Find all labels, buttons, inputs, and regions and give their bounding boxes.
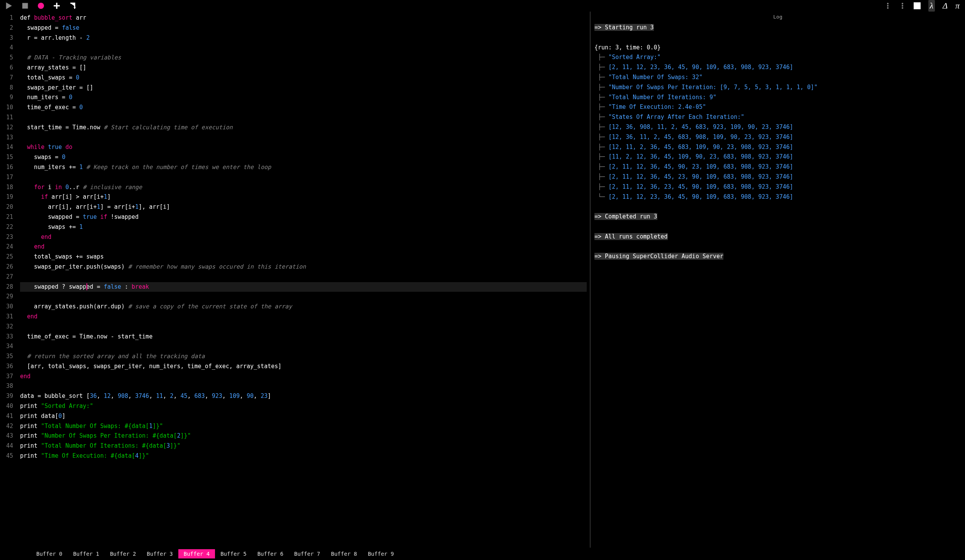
buffer-tab-3[interactable]: Buffer 3 [141, 549, 178, 558]
code-line[interactable]: time_of_exec = 0 [20, 103, 587, 113]
code-line[interactable]: print "Total Number Of Iterations: #{dat… [20, 441, 587, 451]
run-button[interactable] [5, 2, 12, 9]
code-line[interactable] [20, 133, 587, 143]
code-line[interactable]: num_iters += 1 # Keep track on the numbe… [20, 162, 587, 173]
code-line[interactable]: num_iters = 0 [20, 93, 587, 103]
code-line[interactable] [20, 173, 587, 183]
code-line[interactable] [20, 113, 587, 123]
code-line[interactable]: if arr[i] > arr[i+1] [20, 192, 587, 202]
code-line[interactable]: [arr, total_swaps, swaps_per_iter, num_i… [20, 362, 587, 372]
code-line[interactable]: def bubble_sort arr [20, 13, 587, 23]
code-line[interactable]: end [20, 242, 587, 252]
svg-point-9 [902, 5, 903, 7]
size-button[interactable] [69, 2, 76, 9]
code-line[interactable]: start_time = Time.now # Start calculatin… [20, 123, 587, 133]
code-line[interactable]: swapped ? swapped = false : break [20, 282, 587, 292]
buffer-tab-9[interactable]: Buffer 9 [362, 549, 399, 558]
code-line[interactable]: swaps_per_iter = [] [20, 83, 587, 93]
log-title: Log [591, 12, 965, 20]
svg-point-5 [887, 3, 888, 4]
buffer-tab-0[interactable]: Buffer 0 [31, 549, 68, 558]
code-line[interactable]: end [20, 312, 587, 322]
buffer-tab-2[interactable]: Buffer 2 [105, 549, 141, 558]
code-line[interactable]: total_swaps += swaps [20, 252, 587, 262]
stop-button[interactable] [22, 2, 29, 9]
svg-point-8 [902, 3, 903, 4]
svg-point-6 [887, 5, 888, 7]
code-line[interactable]: swaps += 1 [20, 222, 587, 232]
code-line[interactable]: swapped = false [20, 23, 587, 33]
code-line[interactable] [20, 43, 587, 53]
svg-point-10 [902, 7, 903, 8]
buffer-tab-5[interactable]: Buffer 5 [215, 549, 252, 558]
code-line[interactable]: data = bubble_sort [36, 12, 908, 3746, 1… [20, 391, 587, 401]
code-line[interactable] [20, 381, 587, 391]
buffer-tab-6[interactable]: Buffer 6 [252, 549, 289, 558]
line-gutter: 1234567891011121314151617181920212223242… [0, 12, 17, 548]
code-line[interactable]: total_swaps = 0 [20, 73, 587, 83]
svg-marker-0 [6, 3, 12, 9]
code-line[interactable]: array_states.push(arr.dup) # save a copy… [20, 302, 587, 312]
record-button[interactable] [38, 3, 44, 9]
code-line[interactable]: array_states = [] [20, 63, 587, 73]
dots-down-icon[interactable] [884, 2, 891, 9]
buffer-tab-1[interactable]: Buffer 1 [68, 549, 104, 558]
log-panel: Log => Starting run 3 {run: 3, time: 0.0… [591, 12, 965, 548]
code-line[interactable]: print "Time Of Execution: #{data[4]}" [20, 451, 587, 461]
code-line[interactable]: for i in 0..r # inclusive range [20, 183, 587, 193]
buffer-tab-8[interactable]: Buffer 8 [326, 549, 362, 558]
code-line[interactable]: # DATA - Tracking variables [20, 53, 587, 63]
buffer-tab-4[interactable]: Buffer 4 [178, 549, 215, 558]
svg-point-7 [887, 7, 888, 8]
code-line[interactable]: end [20, 372, 587, 382]
code-line[interactable] [20, 272, 587, 282]
lambda-icon[interactable]: λ [928, 0, 935, 12]
code-line[interactable]: print "Sorted Array:" [20, 401, 587, 411]
code-line[interactable]: arr[i], arr[i+1] = arr[i+1], arr[i] [20, 202, 587, 212]
dots-up-icon[interactable] [899, 2, 906, 9]
code-line[interactable]: r = arr.length - 2 [20, 33, 587, 43]
code-line[interactable]: swaps = 0 [20, 152, 587, 162]
code-line[interactable]: time_of_exec = Time.now - start_time [20, 332, 587, 342]
code-line[interactable]: while true do [20, 142, 587, 152]
buffer-tab-7[interactable]: Buffer 7 [289, 549, 325, 558]
delta-icon[interactable]: Δ [943, 1, 948, 11]
toolbar: λ Δ π [0, 0, 965, 12]
code-line[interactable]: swaps_per_iter.push(swaps) # remember ho… [20, 262, 587, 272]
code-line[interactable]: end [20, 232, 587, 242]
scope-icon[interactable] [914, 2, 921, 9]
code-line[interactable] [20, 322, 587, 332]
code-editor[interactable]: 1234567891011121314151617181920212223242… [0, 12, 591, 548]
code-line[interactable]: print "Total Number Of Swaps: #{data[1]}… [20, 421, 587, 431]
log-body[interactable]: => Starting run 3 {run: 3, time: 0.0} ├─… [591, 20, 965, 548]
code-line[interactable]: print "Number Of Swaps Per Iteration: #{… [20, 431, 587, 441]
svg-rect-1 [22, 3, 28, 8]
buffer-bar: Buffer 0Buffer 1Buffer 2Buffer 3Buffer 4… [0, 548, 965, 560]
save-button[interactable] [53, 2, 60, 9]
code-line[interactable] [20, 292, 587, 302]
code-area[interactable]: def bubble_sort arr swapped = false r = … [17, 12, 590, 548]
code-line[interactable]: # return the sorted array and all the tr… [20, 352, 587, 362]
code-line[interactable] [20, 342, 587, 352]
code-line[interactable]: print data[0] [20, 411, 587, 421]
code-line[interactable]: swapped = true if !swapped [20, 212, 587, 222]
pi-icon[interactable]: π [955, 1, 960, 11]
